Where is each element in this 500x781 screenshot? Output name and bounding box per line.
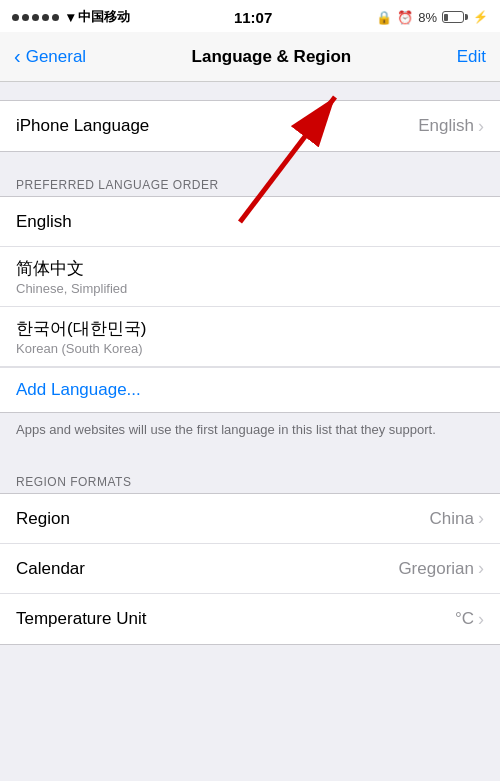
region-formats-header: REGION FORMATS (0, 467, 500, 493)
status-bar-left: ▾ 中国移动 (12, 8, 130, 26)
lang-english-main: English (16, 212, 484, 232)
region-row[interactable]: Region China › (0, 494, 500, 544)
temperature-chevron-icon: › (478, 609, 484, 630)
lang-chinese-sub: Chinese, Simplified (16, 281, 484, 296)
region-current: China (430, 509, 474, 529)
status-bar-right: 🔒 ⏰ 8% ⚡ (376, 10, 488, 25)
spacer-3 (0, 449, 500, 467)
status-time: 11:07 (234, 9, 272, 26)
region-label: Region (16, 509, 70, 529)
signal-dot-1 (12, 14, 19, 21)
page-wrapper: ▾ 中国移动 11:07 🔒 ⏰ 8% ⚡ ‹ General Language… (0, 0, 500, 645)
signal-dot-3 (32, 14, 39, 21)
spacer-1 (0, 82, 500, 100)
temperature-label: Temperature Unit (16, 609, 146, 629)
list-item[interactable]: 简体中文 Chinese, Simplified (0, 247, 500, 307)
battery-body (442, 11, 464, 23)
alarm-icon: ⏰ (397, 10, 413, 25)
signal-dot-4 (42, 14, 49, 21)
status-bar: ▾ 中国移动 11:07 🔒 ⏰ 8% ⚡ (0, 0, 500, 32)
list-item[interactable]: English (0, 197, 500, 247)
calendar-chevron-icon: › (478, 558, 484, 579)
battery-fill (444, 14, 447, 21)
temperature-row[interactable]: Temperature Unit °C › (0, 594, 500, 644)
add-language-label: Add Language... (16, 380, 141, 399)
preferred-order-header: PREFERRED LANGUAGE ORDER (0, 170, 500, 196)
list-item[interactable]: 한국어(대한민국) Korean (South Korea) (0, 307, 500, 367)
wifi-icon: ▾ (67, 9, 74, 25)
signal-dots (12, 14, 59, 21)
lang-chinese-main: 简体中文 (16, 257, 484, 280)
lang-korean-sub: Korean (South Korea) (16, 341, 484, 356)
signal-dot-2 (22, 14, 29, 21)
charging-bolt-icon: ⚡ (473, 10, 488, 24)
battery-percent: 8% (418, 10, 437, 25)
iphone-language-value: English › (418, 116, 484, 137)
iphone-language-current: English (418, 116, 474, 136)
region-formats-group: Region China › Calendar Gregorian › Temp… (0, 493, 500, 645)
back-button[interactable]: ‹ General (14, 45, 86, 68)
iphone-language-label: iPhone Language (16, 116, 149, 136)
lock-icon: 🔒 (376, 10, 392, 25)
region-value: China › (430, 508, 484, 529)
iphone-language-row[interactable]: iPhone Language English › (0, 101, 500, 151)
calendar-label: Calendar (16, 559, 85, 579)
carrier-text: 中国移动 (78, 8, 130, 26)
back-label: General (26, 47, 86, 67)
iphone-language-chevron-icon: › (478, 116, 484, 137)
region-chevron-icon: › (478, 508, 484, 529)
calendar-current: Gregorian (398, 559, 474, 579)
battery-tip (465, 14, 468, 20)
info-text: Apps and websites will use the first lan… (0, 413, 500, 449)
preferred-languages-group: English 简体中文 Chinese, Simplified 한국어(대한민… (0, 196, 500, 413)
calendar-row[interactable]: Calendar Gregorian › (0, 544, 500, 594)
battery-icon (442, 11, 468, 23)
temperature-current: °C (455, 609, 474, 629)
calendar-value: Gregorian › (398, 558, 484, 579)
edit-button[interactable]: Edit (457, 47, 486, 67)
nav-title: Language & Region (192, 47, 352, 67)
signal-dot-5 (52, 14, 59, 21)
iphone-language-group: iPhone Language English › (0, 100, 500, 152)
spacer-2 (0, 152, 500, 170)
temperature-value: °C › (455, 609, 484, 630)
back-chevron-icon: ‹ (14, 45, 21, 68)
nav-bar: ‹ General Language & Region Edit (0, 32, 500, 82)
add-language-row[interactable]: Add Language... (0, 367, 500, 412)
lang-korean-main: 한국어(대한민국) (16, 317, 484, 340)
